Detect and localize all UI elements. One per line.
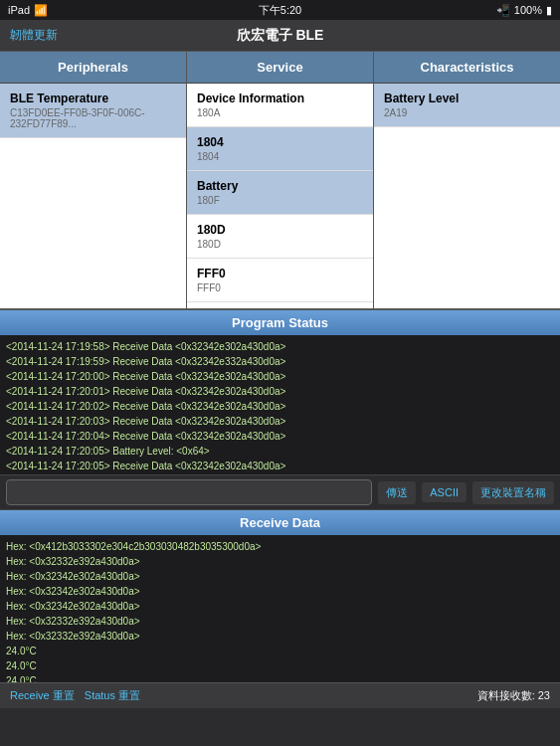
list-item[interactable]: Device Information180A xyxy=(187,84,373,127)
service-title: FFF0 xyxy=(197,267,363,280)
log-entry: <2014-11-24 17:20:05> Receive Data <0x32… xyxy=(6,459,554,473)
receive-entry: 24.0°C xyxy=(6,658,554,673)
rename-button[interactable]: 更改裝置名稱 xyxy=(472,481,554,504)
characteristic-title: Battery Level xyxy=(384,92,550,105)
bottom-bar: Receive 重置 Status 重置 資料接收數: 23 xyxy=(0,682,560,708)
status-bar: iPad 📶 下午5:20 📲 100% ▮ xyxy=(0,0,560,20)
receive-count: 資料接收數: 23 xyxy=(477,688,550,703)
peripheral-subtitle: C13FD0EE-FF0B-3F0F-006C-232FD77F89... xyxy=(10,107,176,129)
log-entry: <2014-11-24 17:20:03> Receive Data <0x32… xyxy=(6,414,554,429)
receive-entry: Hex: <0x32332e392a430d0a> xyxy=(6,614,554,629)
send-button[interactable]: 傳送 xyxy=(378,481,416,504)
receive-entry: Hex: <0x32342e302a430d0a> xyxy=(6,569,554,584)
service-subtitle: 1804 xyxy=(197,151,363,162)
message-input[interactable] xyxy=(6,479,372,505)
bluetooth-icon: 📲 xyxy=(496,4,510,17)
receive-entry: Hex: <0x32332e392a430d0a> xyxy=(6,554,554,569)
list-item[interactable]: BLE Temperature C13FD0EE-FF0B-3F0F-006C-… xyxy=(0,84,186,138)
receive-entry: Hex: <0x32332e392a430d0a> xyxy=(6,629,554,644)
receive-entry: Hex: <0x412b3033302e304c2b303030482b3035… xyxy=(6,539,554,554)
list-item[interactable]: FFF0FFF0 xyxy=(187,259,373,302)
log-entry: <2014-11-24 17:20:01> Receive Data <0x32… xyxy=(6,384,554,399)
log-entry: <2014-11-24 17:20:00> Receive Data <0x32… xyxy=(6,369,554,384)
list-item[interactable]: 18041804 xyxy=(187,127,373,171)
service-list: Device Information180A18041804Battery180… xyxy=(187,84,373,308)
battery-label: 100% xyxy=(514,4,542,16)
wifi-icon: 📶 xyxy=(34,4,48,17)
program-status-log: <2014-11-24 17:19:58> Receive Data <0x32… xyxy=(0,335,560,474)
receive-entry: 24.0°C xyxy=(6,644,554,658)
top-bar: 韌體更新 欣宏電子 BLE xyxy=(0,20,560,52)
ipad-label: iPad xyxy=(8,4,30,16)
app-title: 欣宏電子 BLE xyxy=(237,27,324,45)
characteristic-subtitle: 2A19 xyxy=(384,107,550,118)
receive-reset-link[interactable]: Receive 重置 xyxy=(10,688,75,703)
peripherals-header: Peripherals xyxy=(0,52,186,84)
receive-entry: 24.0°C xyxy=(6,673,554,682)
receive-entry: Hex: <0x32342e302a430d0a> xyxy=(6,584,554,599)
bottom-bar-left: Receive 重置 Status 重置 xyxy=(10,688,140,703)
receive-data-header: Receive Data xyxy=(0,510,560,535)
list-item[interactable]: Battery Level 2A19 xyxy=(374,84,560,127)
firmware-update-link[interactable]: 韌體更新 xyxy=(10,27,58,44)
characteristics-header: Characteristics xyxy=(374,52,560,84)
receive-data-log: Hex: <0x412b3033302e304c2b303030482b3035… xyxy=(0,535,560,682)
log-entry: <2014-11-24 17:19:59> Receive Data <0x32… xyxy=(6,354,554,369)
log-entry: <2014-11-24 17:20:02> Receive Data <0x32… xyxy=(6,399,554,414)
log-entry: <2014-11-24 17:20:04> Receive Data <0x32… xyxy=(6,429,554,444)
service-subtitle: 180F xyxy=(197,195,363,206)
service-title: 180D xyxy=(197,223,363,237)
input-row: 傳送 ASCII 更改裝置名稱 xyxy=(0,474,560,510)
service-column: Service Device Information180A18041804Ba… xyxy=(187,52,374,308)
three-column-panel: Peripherals BLE Temperature C13FD0EE-FF0… xyxy=(0,52,560,310)
program-status-header: Program Status xyxy=(0,310,560,335)
peripheral-title: BLE Temperature xyxy=(10,92,176,105)
service-subtitle: 180A xyxy=(197,107,363,118)
log-entry: <2014-11-24 17:20:05> Battery Level: <0x… xyxy=(6,444,554,459)
service-subtitle: 180D xyxy=(197,239,363,250)
characteristics-column: Characteristics Battery Level 2A19 xyxy=(374,52,560,308)
service-header: Service xyxy=(187,52,373,84)
service-subtitle: FFF0 xyxy=(197,282,363,293)
peripherals-column: Peripherals BLE Temperature C13FD0EE-FF0… xyxy=(0,52,187,308)
characteristics-list: Battery Level 2A19 xyxy=(374,84,560,308)
list-item[interactable]: Battery180F xyxy=(187,171,373,215)
status-bar-left: iPad 📶 xyxy=(8,4,48,17)
status-bar-time: 下午5:20 xyxy=(259,3,301,18)
service-title: 1804 xyxy=(197,135,363,149)
list-item[interactable]: 180D180D xyxy=(187,215,373,259)
log-entry: <2014-11-24 17:19:58> Receive Data <0x32… xyxy=(6,339,554,354)
battery-icon: ▮ xyxy=(546,4,552,17)
service-title: Device Information xyxy=(197,92,363,105)
service-title: Battery xyxy=(197,179,363,193)
receive-entry: Hex: <0x32342e302a430d0a> xyxy=(6,599,554,614)
ascii-button[interactable]: ASCII xyxy=(422,482,467,502)
status-reset-link[interactable]: Status 重置 xyxy=(85,688,140,703)
peripherals-list: BLE Temperature C13FD0EE-FF0B-3F0F-006C-… xyxy=(0,84,186,308)
status-bar-right: 📲 100% ▮ xyxy=(496,4,552,17)
